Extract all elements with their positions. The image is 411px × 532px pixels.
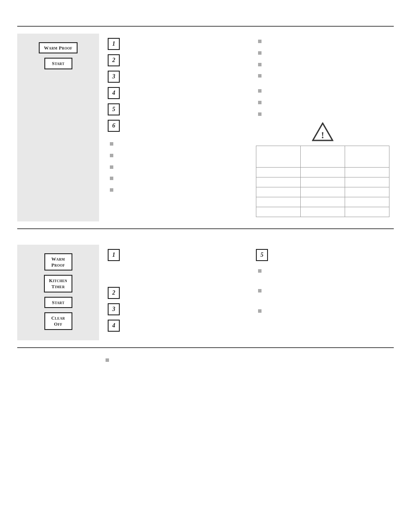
right-bullet-5 [256, 87, 389, 95]
bullet-text-s1-5 [118, 187, 119, 194]
middle-content-1: 1 2 3 4 5 6 [99, 34, 247, 221]
s2-bullet-1 [256, 268, 389, 275]
s2-num-box-5: 5 [256, 249, 268, 261]
num-box-2: 2 [108, 54, 120, 66]
page: Warm Proof Start 1 2 3 4 5 [0, 0, 411, 532]
table-cell [256, 197, 301, 207]
warm-proof-label-2: WarmProof [50, 256, 67, 268]
num-box-3: 3 [108, 71, 120, 83]
bullet-sq-s1-2 [110, 154, 113, 157]
numbered-item-1: 1 [108, 38, 239, 50]
warm-proof-button-1[interactable]: Warm Proof [39, 42, 78, 53]
bullet-sq-s1-4 [110, 177, 113, 180]
table-cell [256, 187, 301, 197]
table-cell [345, 187, 389, 197]
kitchen-timer-label: KitchenTimer [49, 277, 67, 290]
s2-numbered-item-3: 3 [108, 303, 239, 315]
table-row [256, 177, 389, 187]
right-bullet-text-5 [266, 87, 267, 95]
s2-numbered-item-1: 1 [108, 249, 239, 261]
table-cell [256, 177, 301, 187]
numbered-item-6: 6 [108, 120, 239, 132]
s2-bottom-bullet-text [113, 357, 115, 364]
s2-bullet-text-1 [266, 268, 267, 275]
s2-bullet-sq-3 [258, 309, 262, 313]
s2-num-box-1: 1 [108, 249, 120, 261]
right-content-1: ! [247, 34, 394, 221]
bullet-item-s1-2 [108, 152, 239, 159]
right-bullet-sq-1 [258, 40, 262, 43]
bullet-item-s1-4 [108, 175, 239, 182]
table-row [256, 207, 389, 217]
warm-proof-button-2[interactable]: WarmProof [44, 253, 72, 271]
table-cell [345, 167, 389, 177]
table-cell [345, 177, 389, 187]
right-bullet-1 [256, 38, 389, 45]
start-button-1[interactable]: Start [44, 58, 72, 69]
table-row [256, 167, 389, 177]
table-row [256, 187, 389, 197]
s2-bullet-sq-1 [258, 269, 262, 273]
numbered-item-4: 4 [108, 87, 239, 99]
table-cell [301, 197, 345, 207]
numbered-item-3: 3 [108, 71, 239, 83]
bullet-sq-s1-3 [110, 165, 113, 169]
section2: WarmProof KitchenTimer Start ClearOff 1 … [17, 238, 394, 348]
table-header-2 [301, 146, 345, 167]
right-bullet-sq-2 [258, 51, 262, 55]
right-bullet-sq-6 [258, 101, 262, 104]
warning-triangle: ! [256, 122, 389, 141]
numbered-item-2: 2 [108, 54, 239, 66]
bullet-text-s1-3 [118, 164, 119, 171]
s2-bullet-text-3 [266, 308, 267, 315]
table-cell [301, 187, 345, 197]
start-button-2[interactable]: Start [44, 297, 72, 308]
table-cell [301, 207, 345, 217]
s2-bullet-text-2 [266, 287, 267, 295]
s2-bullet-3 [256, 308, 389, 315]
s2-numbered-item-2: 2 [108, 287, 239, 299]
right-bullet-sq-3 [258, 63, 262, 66]
right-bullet-text-7 [266, 111, 267, 118]
table-cell [301, 167, 345, 177]
right-bullet-text-3 [266, 61, 267, 68]
right-bullet-text-2 [266, 50, 267, 57]
left-panel-2: WarmProof KitchenTimer Start ClearOff [17, 245, 99, 340]
start-label-1: Start [50, 60, 67, 66]
s2-bottom-bullet [103, 357, 394, 364]
right-bullet-sq-5 [258, 89, 262, 93]
bullet-text-s1-2 [118, 152, 119, 159]
s2-bullet-2 [256, 287, 389, 295]
clear-off-button[interactable]: ClearOff [44, 312, 72, 330]
right-content-2: 5 [247, 245, 394, 340]
kitchen-timer-button[interactable]: KitchenTimer [44, 275, 72, 292]
s2-numbered-item-4: 4 [108, 320, 239, 332]
svg-text:!: ! [321, 130, 324, 140]
section1: Warm Proof Start 1 2 3 4 5 [17, 26, 394, 229]
data-table [256, 146, 389, 217]
bullet-item-s1-5 [108, 187, 239, 194]
s2-numbered-item-5: 5 [256, 249, 389, 261]
warm-proof-label-1: Warm Proof [44, 45, 72, 51]
bullet-sq-s1-1 [110, 142, 113, 146]
right-bullet-text-4 [266, 72, 267, 80]
left-panel-1: Warm Proof Start [17, 34, 99, 221]
bullet-sq-s1-5 [110, 188, 113, 192]
right-bullet-text-1 [266, 38, 267, 45]
right-bullet-4 [256, 72, 389, 80]
right-bullet-7 [256, 111, 389, 118]
bullet-text-s1-1 [118, 140, 119, 148]
right-bullet-sq-7 [258, 112, 262, 116]
s2-bottom-bullet-sq [106, 358, 109, 362]
table-header-3 [345, 146, 389, 167]
table-cell [256, 207, 301, 217]
right-bullet-text-6 [266, 99, 267, 106]
bullet-item-s1-3 [108, 164, 239, 171]
right-bullet-6 [256, 99, 389, 106]
start-label-2: Start [50, 299, 67, 305]
right-bullet-sq-4 [258, 74, 262, 78]
num-box-6: 6 [108, 120, 120, 132]
right-bullet-3 [256, 61, 389, 68]
table-cell [301, 177, 345, 187]
s2-num-box-4: 4 [108, 320, 120, 332]
